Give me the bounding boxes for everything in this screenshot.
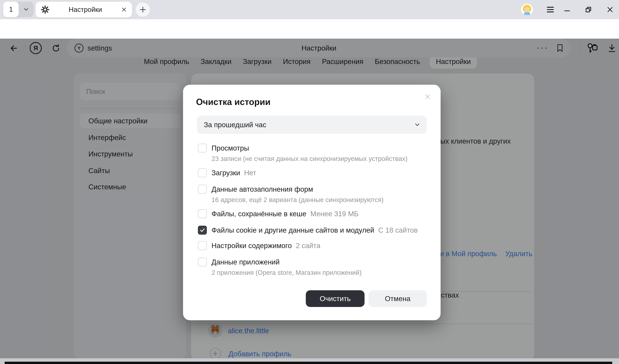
- tab-strip: 1 Настройки: [0, 0, 619, 19]
- browser-tab-settings[interactable]: Настройки: [36, 2, 132, 17]
- window-bottom-edge: [0, 358, 619, 364]
- item-label: Данные приложений: [211, 258, 280, 266]
- minimize-icon: [563, 6, 571, 13]
- history-item-browsing: Просмотры 23 записи (не считая данных на…: [198, 144, 431, 162]
- tab-title: Настройки: [49, 6, 121, 14]
- history-item-content-settings: Настройки содержимого2 сайта: [198, 241, 431, 250]
- chevron-down-icon: [415, 123, 420, 126]
- check-icon: [200, 228, 205, 232]
- new-tab-button[interactable]: [136, 2, 150, 17]
- chevron-down-icon: [23, 8, 29, 11]
- restore-icon: [584, 6, 592, 14]
- gear-icon: [41, 5, 49, 14]
- close-icon: [424, 93, 431, 100]
- item-subtext: 16 адресов, ещё 2 варианта (данные синхр…: [211, 196, 383, 204]
- hamburger-icon: [546, 6, 554, 13]
- history-item-app-data: Данные приложений 2 приложения (Opera st…: [198, 257, 431, 276]
- item-label: Настройки содержимого: [211, 241, 292, 250]
- avatar-dress: [524, 12, 530, 15]
- minimize-button[interactable]: [562, 4, 573, 15]
- period-selected-value: За прошедший час: [204, 121, 415, 129]
- item-label: Данные автозаполнения форм: [211, 185, 313, 193]
- tabs-dropdown-button[interactable]: [19, 2, 34, 17]
- item-label: Файлы, сохранённые в кеше: [211, 210, 306, 218]
- item-label: Загрузки: [211, 169, 240, 177]
- restore-window-button[interactable]: [583, 4, 594, 15]
- checkbox-cookies-checked[interactable]: [198, 226, 207, 235]
- checkbox-browsing[interactable]: [198, 144, 207, 153]
- item-detail: Нет: [244, 169, 256, 177]
- history-item-downloads: ЗагрузкиНет: [198, 168, 431, 177]
- browser-profile-avatar[interactable]: [521, 4, 533, 15]
- checkbox-autofill[interactable]: [198, 185, 207, 194]
- avatar-face: [524, 7, 530, 12]
- checkbox-downloads[interactable]: [198, 168, 207, 177]
- plus-icon: [140, 6, 146, 13]
- tab-count-badge[interactable]: 1: [3, 2, 19, 17]
- clear-history-dialog: Очистка истории За прошедший час Просмот…: [183, 85, 441, 320]
- item-detail: С 18 сайтов: [378, 226, 418, 234]
- browser-menu-button[interactable]: [545, 4, 556, 15]
- address-toolbar: Я Y settings Настройки •••: [0, 19, 619, 39]
- taskbar-sliver: [5, 362, 612, 364]
- item-subtext: 2 приложения (Opera store, Магазин прило…: [211, 269, 362, 276]
- dialog-footer: Очистить Отмена: [306, 290, 427, 307]
- period-select[interactable]: За прошедший час: [197, 116, 427, 134]
- dialog-close-button[interactable]: [423, 92, 433, 102]
- checkbox-cache[interactable]: [198, 209, 207, 218]
- item-subtext: 23 записи (не считая данных на синхрониз…: [211, 155, 408, 162]
- item-detail: 2 сайта: [296, 241, 320, 250]
- history-item-cache: Файлы, сохранённые в кешеМенее 319 МБ: [198, 209, 431, 218]
- browser-window: 1 Настройки: [0, 0, 619, 364]
- checkbox-app-data[interactable]: [198, 257, 207, 266]
- item-label: Файлы cookie и другие данные сайтов и мо…: [211, 226, 374, 234]
- checkbox-content-settings[interactable]: [198, 241, 207, 250]
- clear-button[interactable]: Очистить: [306, 290, 365, 307]
- cancel-button[interactable]: Отмена: [368, 290, 427, 307]
- history-item-autofill: Данные автозаполнения форм 16 адресов, е…: [198, 185, 431, 204]
- dialog-title: Очистка истории: [196, 97, 270, 107]
- close-icon: [606, 6, 614, 13]
- tab-close-icon[interactable]: [121, 7, 127, 12]
- tab-counter[interactable]: 1: [3, 2, 34, 17]
- item-label: Просмотры: [211, 144, 249, 152]
- close-window-button[interactable]: [605, 4, 616, 15]
- history-item-cookies: Файлы cookie и другие данные сайтов и мо…: [198, 226, 431, 235]
- item-detail: Менее 319 МБ: [310, 210, 359, 218]
